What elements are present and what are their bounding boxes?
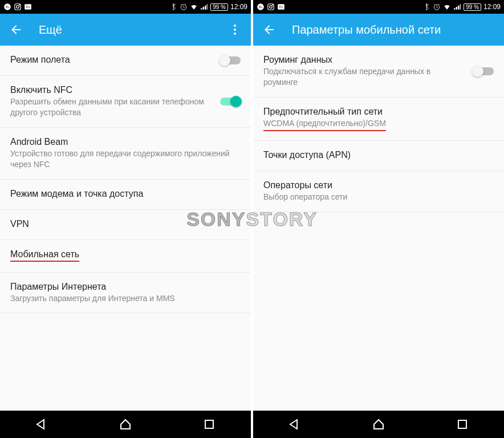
instagram-icon — [267, 3, 275, 11]
setting-airplane-mode[interactable]: Режим полета — [0, 46, 251, 76]
setting-subtitle: Загрузить параметры для Интернета и MMS — [10, 293, 234, 304]
setting-data-roaming[interactable]: Роуминг данных Подключаться к службам пе… — [253, 46, 504, 98]
fx-icon: Fx — [24, 3, 32, 11]
battery-indicator: 99 % — [210, 3, 228, 11]
setting-subtitle: Выбор оператора сети — [263, 192, 487, 202]
instagram-icon — [14, 3, 22, 11]
setting-nfc[interactable]: Включить NFC Разрешить обмен данными при… — [0, 76, 251, 128]
setting-network-operators[interactable]: Операторы сети Выбор оператора сети — [253, 171, 504, 212]
svg-text:Fx: Fx — [26, 5, 30, 9]
xl-icon: XL — [257, 3, 265, 11]
settings-list: Роуминг данных Подключаться к службам пе… — [253, 46, 504, 411]
setting-mobile-network[interactable]: Мобильная сеть — [0, 240, 251, 273]
toggle-roaming[interactable] — [473, 67, 494, 75]
setting-vpn[interactable]: VPN — [0, 210, 251, 240]
nav-back-button[interactable] — [288, 417, 302, 431]
fx-icon: Fx — [277, 3, 285, 11]
status-bar: XL Fx 99 % 12:09 — [0, 0, 251, 14]
svg-text:XL: XL — [5, 5, 10, 9]
clock: 12:09 — [483, 3, 501, 11]
setting-title: Операторы сети — [263, 180, 487, 190]
signal-icon — [453, 3, 461, 11]
signal-icon — [200, 3, 208, 11]
app-bar: Параметры мобильной сети — [253, 14, 504, 46]
setting-android-beam[interactable]: Android Beam Устройство готово для перед… — [0, 128, 251, 180]
svg-text:Fx: Fx — [279, 5, 283, 9]
toggle-airplane[interactable] — [220, 56, 241, 64]
svg-point-8 — [234, 25, 236, 27]
phone-left: XL Fx 99 % 12:09 Ещё Режим полета — [0, 0, 251, 438]
setting-apn[interactable]: Точки доступа (APN) — [253, 141, 504, 171]
page-title: Параметры мобильной сети — [292, 23, 495, 36]
overflow-menu-button[interactable] — [228, 23, 242, 36]
svg-point-3 — [17, 6, 19, 9]
svg-point-10 — [234, 33, 236, 35]
svg-point-15 — [270, 6, 273, 9]
svg-text:XL: XL — [258, 5, 263, 9]
setting-subtitle: WCDMA (предпочтительно)/GSM — [263, 118, 487, 131]
svg-rect-11 — [205, 420, 213, 428]
bluetooth-icon — [422, 3, 430, 11]
nav-home-button[interactable] — [119, 417, 132, 431]
battery-indicator: 99 % — [464, 3, 481, 11]
setting-subtitle: Разрешить обмен данными при касании теле… — [10, 96, 213, 118]
setting-title: Параметры Интернета — [10, 282, 234, 292]
setting-title: Роуминг данных — [263, 55, 466, 65]
nav-bar — [0, 411, 251, 438]
setting-internet-params[interactable]: Параметры Интернета Загрузить параметры … — [0, 273, 251, 314]
setting-preferred-network-type[interactable]: Предпочтительный тип сети WCDMA (предпоч… — [253, 98, 504, 141]
alarm-icon — [433, 3, 441, 11]
setting-title: Предпочтительный тип сети — [263, 107, 487, 117]
xl-icon: XL — [3, 3, 11, 11]
nav-recent-button[interactable] — [202, 417, 216, 431]
svg-point-16 — [273, 5, 273, 5]
toggle-nfc[interactable] — [220, 98, 241, 106]
nav-recent-button[interactable] — [456, 417, 469, 431]
setting-title: Android Beam — [10, 137, 234, 147]
alarm-icon — [180, 3, 188, 11]
wifi-icon — [190, 3, 198, 11]
nav-back-button[interactable] — [35, 417, 48, 431]
svg-point-4 — [19, 5, 20, 5]
bluetooth-icon — [169, 3, 177, 11]
back-button[interactable] — [9, 23, 23, 36]
settings-list: Режим полета Включить NFC Разрешить обме… — [0, 46, 251, 411]
setting-subtitle: Устройство готово для передачи содержимо… — [10, 148, 234, 170]
app-bar: Ещё — [0, 14, 251, 46]
page-title: Ещё — [39, 23, 228, 36]
svg-rect-20 — [458, 420, 466, 428]
wifi-icon — [443, 3, 451, 11]
setting-title: VPN — [10, 219, 234, 229]
nav-home-button[interactable] — [372, 417, 385, 431]
setting-title: Режим модема и точка доступа — [10, 189, 234, 199]
setting-title: Режим полета — [10, 55, 213, 65]
setting-subtitle: Подключаться к службам передачи данных в… — [263, 66, 466, 88]
setting-title: Включить NFC — [10, 85, 213, 95]
setting-title: Мобильная сеть — [10, 249, 234, 262]
status-bar: XL Fx 99 % 12:09 — [253, 0, 504, 14]
svg-point-9 — [234, 29, 236, 31]
nav-bar — [253, 411, 504, 438]
setting-tethering[interactable]: Режим модема и точка доступа — [0, 180, 251, 210]
back-button[interactable] — [262, 23, 276, 36]
setting-title: Точки доступа (APN) — [263, 150, 487, 160]
phone-right: XL Fx 99 % 12:09 Параметры мобильной сет… — [253, 0, 504, 438]
clock: 12:09 — [230, 3, 247, 11]
